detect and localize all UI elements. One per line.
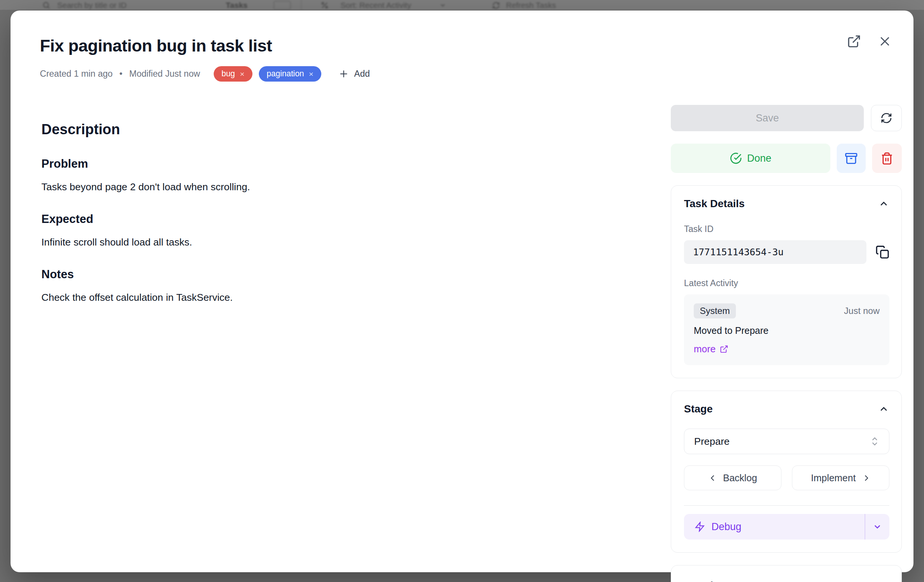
chevron-down-icon[interactable] <box>878 580 889 582</box>
debug-action[interactable]: Debug <box>684 514 865 539</box>
remove-tag-icon[interactable]: × <box>309 69 314 79</box>
tag-label: pagination <box>267 69 304 79</box>
percent-icon <box>320 0 329 10</box>
external-link-icon <box>847 34 861 48</box>
modified-timestamp: Modified Just now <box>129 69 200 79</box>
chevron-down-icon <box>439 0 446 10</box>
latest-activity-label: Latest Activity <box>684 278 889 288</box>
delete-button[interactable] <box>872 144 902 173</box>
tag-label: bug <box>221 69 235 79</box>
attachments-card: Attachments <box>671 565 902 582</box>
move-to-implement-button[interactable]: Implement <box>792 465 889 490</box>
chevron-left-icon <box>708 474 717 482</box>
open-in-new-window-button[interactable] <box>844 31 864 51</box>
chevron-right-icon <box>862 474 871 482</box>
chevrons-up-down-icon <box>870 436 880 447</box>
close-button[interactable] <box>875 31 895 51</box>
stage-select[interactable]: Prepare <box>684 429 889 454</box>
debug-dropdown-toggle[interactable] <box>865 514 889 539</box>
description-content: Description Problem Tasks beyond page 2 … <box>41 122 613 303</box>
attachments-heading: Attachments <box>684 580 748 582</box>
done-label: Done <box>747 153 772 164</box>
refresh-button[interactable] <box>871 105 902 131</box>
section-heading-problem: Problem <box>41 157 613 171</box>
check-circle-icon <box>730 152 742 164</box>
task-id-value: 1771151143654-3u <box>684 240 866 264</box>
task-id-label: Task ID <box>684 224 889 234</box>
attachments-header[interactable]: Attachments <box>684 580 889 582</box>
trash-icon <box>880 152 894 165</box>
copy-icon <box>876 245 889 259</box>
chevron-up-icon[interactable] <box>878 198 889 209</box>
refresh-icon <box>880 112 893 124</box>
close-icon <box>878 35 892 48</box>
stage-card: Stage Prepare Backlog Im <box>671 391 902 553</box>
more-label: more <box>694 344 716 355</box>
debug-label: Debug <box>711 521 741 533</box>
activity-actor-badge: System <box>694 303 736 319</box>
meta-row: Created 1 min ago • Modified Just now bu… <box>40 66 370 82</box>
refresh-tasks-label: Refresh Tasks <box>506 0 556 10</box>
archive-icon <box>845 152 858 165</box>
latest-activity-entry: System Just now Moved to Prepare more <box>684 294 889 365</box>
search-input: Search by title or ID <box>57 0 126 10</box>
chevron-up-icon[interactable] <box>878 403 889 415</box>
implement-label: Implement <box>811 473 856 483</box>
chevron-down-icon <box>873 522 882 532</box>
sort-label: Sort: Recent Activity <box>340 0 411 10</box>
add-tag-button[interactable]: Add <box>338 69 370 79</box>
refresh-icon <box>492 0 500 10</box>
done-button[interactable]: Done <box>671 144 830 173</box>
stage-heading: Stage <box>684 403 713 415</box>
tasks-label: Tasks <box>226 0 248 10</box>
tag-list: bug × pagination × <box>214 66 322 82</box>
toolbar-divider <box>301 0 302 10</box>
search-icon <box>42 0 50 10</box>
stage-header[interactable]: Stage <box>684 403 889 415</box>
toolbar-dropdown <box>274 1 291 10</box>
stage-select-value: Prepare <box>694 436 729 447</box>
more-activity-link[interactable]: more <box>694 344 728 355</box>
section-heading-expected: Expected <box>41 212 613 226</box>
section-text-notes: Check the offset calculation in TaskServ… <box>41 292 613 303</box>
page-title: Fix pagination bug in task list <box>40 36 272 56</box>
section-text-problem: Tasks beyond page 2 don't load when scro… <box>41 181 613 193</box>
task-sidebar: Save Done <box>671 105 902 582</box>
add-tag-label: Add <box>354 69 370 79</box>
meta-dot: • <box>119 69 122 79</box>
task-details-header[interactable]: Task Details <box>684 198 889 210</box>
copy-task-id-button[interactable] <box>876 245 889 259</box>
activity-text: Moved to Prepare <box>694 325 879 336</box>
section-text-expected: Infinite scroll should load all tasks. <box>41 237 613 248</box>
tag-pagination[interactable]: pagination × <box>259 66 322 82</box>
debug-split-button[interactable]: Debug <box>684 514 889 539</box>
remove-tag-icon[interactable]: × <box>240 69 244 79</box>
task-detail-modal: Fix pagination bug in task list Created … <box>10 10 914 572</box>
plus-icon <box>338 69 349 79</box>
task-details-card: Task Details Task ID 1771151143654-3u La… <box>671 185 902 378</box>
task-details-heading: Task Details <box>684 198 744 210</box>
archive-button[interactable] <box>837 144 866 173</box>
background-toolbar: Search by title or ID Tasks Sort: Recent… <box>0 0 924 10</box>
activity-time: Just now <box>844 306 879 316</box>
created-timestamp: Created 1 min ago <box>40 69 112 79</box>
backlog-label: Backlog <box>723 473 757 483</box>
external-link-icon <box>720 345 728 353</box>
stage-divider <box>684 505 889 506</box>
section-heading-notes: Notes <box>41 268 613 281</box>
save-button[interactable]: Save <box>671 105 864 131</box>
description-heading: Description <box>41 122 613 138</box>
move-to-backlog-button[interactable]: Backlog <box>684 465 781 490</box>
tag-bug[interactable]: bug × <box>214 66 252 82</box>
zap-icon <box>695 521 705 532</box>
